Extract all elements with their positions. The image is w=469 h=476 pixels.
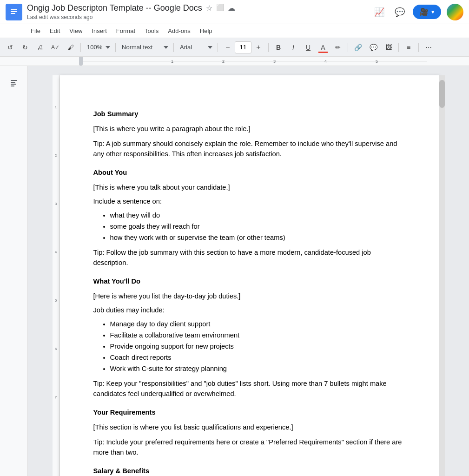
svg-rect-3 bbox=[11, 13, 15, 14]
toolbar-sep-3 bbox=[173, 43, 174, 52]
paint-format-button[interactable]: 🖌 bbox=[64, 41, 77, 54]
menu-bar: File Edit View Insert Format Tools Add-o… bbox=[0, 24, 469, 38]
spell-check-button[interactable]: A✓ bbox=[48, 41, 62, 54]
section-heading-requirements: Your Requirements bbox=[93, 407, 406, 417]
document-content: Job Summary [This is where you write a p… bbox=[93, 109, 406, 476]
top-right-actions: 📈 💬 🎥 ▾ bbox=[372, 4, 463, 20]
font-size-decrease-button[interactable]: − bbox=[221, 41, 234, 54]
svg-rect-4 bbox=[11, 80, 17, 81]
menu-view[interactable]: View bbox=[65, 26, 87, 36]
menu-help[interactable]: Help bbox=[195, 26, 217, 36]
job-summary-tip: Tip: A job summary should concisely expl… bbox=[93, 139, 406, 159]
align-button[interactable]: ≡ bbox=[402, 41, 415, 54]
ruler: 1 2 3 4 5 bbox=[0, 57, 469, 66]
app-icon bbox=[6, 4, 22, 20]
main-area: 1 2 3 4 5 6 7 Job Summary [This is where… bbox=[0, 66, 469, 476]
scroll-area[interactable]: 1 2 3 4 5 6 7 Job Summary [This is where… bbox=[28, 66, 469, 476]
requirements-placeholder[interactable]: [This section is where you list basic qu… bbox=[93, 422, 406, 432]
highlight-button[interactable]: ✏ bbox=[331, 41, 344, 54]
page-ruler-left: 1 2 3 4 5 6 7 bbox=[53, 75, 60, 476]
zoom-select[interactable]: 100% 75% 125% bbox=[84, 41, 112, 54]
doc-title-area: Ongig Job Descripton Template -- Google … bbox=[27, 3, 367, 20]
scroll-thumb[interactable] bbox=[439, 80, 445, 108]
bullet-item: some goals they will reach for bbox=[110, 221, 406, 231]
cloud-icon[interactable]: ☁ bbox=[228, 4, 235, 13]
svg-rect-7 bbox=[11, 86, 14, 86]
document-title[interactable]: Ongig Job Descripton Template -- Google … bbox=[27, 3, 202, 13]
bullet-item: what they will do bbox=[110, 210, 406, 220]
requirements-tip: Tip: Include your preferred requirements… bbox=[93, 437, 406, 457]
section-heading-what-youll-do: What You'll Do bbox=[93, 276, 406, 286]
job-duties-tip: Tip: Keep your "responsibilities" and "j… bbox=[93, 378, 406, 399]
section-heading-job-summary: Job Summary bbox=[93, 109, 406, 119]
star-icon[interactable]: ☆ bbox=[206, 4, 212, 13]
user-avatar[interactable] bbox=[447, 4, 463, 20]
bullet-item: Provide ongoing support for new projects bbox=[110, 341, 406, 351]
redo-button[interactable]: ↻ bbox=[19, 41, 32, 54]
meet-button[interactable]: 🎥 ▾ bbox=[413, 5, 441, 19]
toolbar-sep-7 bbox=[398, 43, 399, 52]
last-edit-text: Last edit was seconds ago bbox=[27, 14, 367, 20]
document-page[interactable]: Job Summary [This is where you write a p… bbox=[60, 75, 439, 476]
about-you-intro: Include a sentence on: bbox=[93, 196, 406, 206]
font-size-wrap: − + bbox=[221, 41, 265, 54]
toolbar-sep-4 bbox=[218, 43, 218, 52]
more-button[interactable]: ⋯ bbox=[422, 41, 435, 54]
menu-addons[interactable]: Add-ons bbox=[163, 26, 195, 36]
comment-toolbar-button[interactable]: 💬 bbox=[367, 41, 380, 54]
doc-title: Ongig Job Descripton Template -- Google … bbox=[27, 3, 367, 13]
zoom-select-wrap: 100% 75% 125% bbox=[84, 41, 112, 54]
svg-rect-2 bbox=[11, 11, 17, 12]
svg-rect-6 bbox=[11, 84, 16, 85]
menu-file[interactable]: File bbox=[26, 26, 45, 36]
font-size-input[interactable] bbox=[235, 41, 251, 53]
menu-insert[interactable]: Insert bbox=[87, 26, 112, 36]
bullet-item: Work with C-suite for strategy planning bbox=[110, 364, 406, 374]
outline-icon[interactable] bbox=[7, 75, 21, 90]
job-duties-bullets: Manage day to day client support Facilit… bbox=[110, 319, 406, 374]
link-button[interactable]: 🔗 bbox=[351, 41, 365, 54]
toolbar-sep-5 bbox=[268, 43, 269, 52]
comment-icon[interactable]: 💬 bbox=[392, 5, 407, 20]
font-size-increase-button[interactable]: + bbox=[252, 41, 265, 54]
trending-icon[interactable]: 📈 bbox=[372, 5, 387, 20]
italic-button[interactable]: I bbox=[287, 41, 300, 54]
svg-rect-5 bbox=[11, 82, 15, 83]
toolbar-sep-6 bbox=[348, 43, 348, 52]
job-summary-placeholder[interactable]: [This is where you write a paragraph abo… bbox=[93, 124, 406, 134]
font-color-button[interactable]: A bbox=[317, 41, 330, 54]
about-you-placeholder[interactable]: [This is where you talk about your candi… bbox=[93, 182, 406, 192]
what-youll-do-placeholder[interactable]: [Here is where you list the day-to-day j… bbox=[93, 291, 406, 301]
title-icons: ☆ ⬜ ☁ bbox=[206, 4, 235, 13]
print-button[interactable]: 🖨 bbox=[33, 41, 46, 54]
section-heading-about-you: About You bbox=[93, 167, 406, 178]
top-bar: Ongig Job Descripton Template -- Google … bbox=[0, 0, 469, 24]
toolbar-sep-1 bbox=[80, 43, 81, 52]
job-duties-intro: Job duties may include: bbox=[93, 305, 406, 315]
menu-tools[interactable]: Tools bbox=[140, 26, 163, 36]
toolbar: ↺ ↻ 🖨 A✓ 🖌 100% 75% 125% Normal text Hea… bbox=[0, 38, 469, 57]
bullet-item: Coach direct reports bbox=[110, 352, 406, 363]
meet-icon: 🎥 bbox=[419, 7, 429, 16]
bullet-item: Manage day to day client support bbox=[110, 319, 406, 329]
about-you-bullets: what they will do some goals they will r… bbox=[110, 210, 406, 243]
style-select-wrap: Normal text Heading 1 Heading 2 Title bbox=[119, 41, 170, 54]
font-select[interactable]: Arial Times New Roman Georgia bbox=[177, 41, 214, 54]
about-you-tip: Tip: Follow the job summary with this se… bbox=[93, 247, 406, 268]
menu-edit[interactable]: Edit bbox=[45, 26, 65, 36]
underline-button[interactable]: U bbox=[302, 41, 315, 54]
toolbar-sep-8 bbox=[418, 43, 419, 52]
sidebar bbox=[0, 66, 28, 476]
font-color-icon: A bbox=[321, 44, 325, 51]
scrollbar[interactable] bbox=[439, 75, 445, 476]
style-select[interactable]: Normal text Heading 1 Heading 2 Title bbox=[119, 41, 170, 54]
bold-button[interactable]: B bbox=[272, 41, 285, 54]
section-heading-salary: Salary & Benefits bbox=[93, 466, 406, 476]
undo-button[interactable]: ↺ bbox=[4, 41, 17, 54]
image-button[interactable]: 🖼 bbox=[382, 41, 395, 54]
bullet-item: how they work with or supervise the team… bbox=[110, 232, 406, 243]
present-icon[interactable]: ⬜ bbox=[216, 4, 224, 13]
bullet-item: Facilitate a collaborative team environm… bbox=[110, 330, 406, 340]
menu-format[interactable]: Format bbox=[112, 26, 140, 36]
font-select-wrap: Arial Times New Roman Georgia bbox=[177, 41, 214, 54]
